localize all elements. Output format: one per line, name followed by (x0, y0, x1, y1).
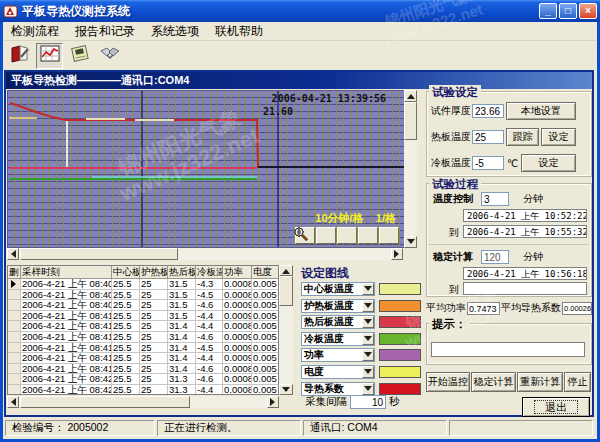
scroll-left-button[interactable] (7, 248, 19, 260)
row-selector[interactable] (8, 279, 21, 290)
menu-item-2[interactable]: 系统选项 (143, 22, 207, 41)
table-row[interactable]: 2006-4-21 上午 08:4025.52531.5-4.60.00090.… (8, 300, 278, 311)
legend-combo-6[interactable]: 导热系数 (301, 382, 375, 396)
row-selector[interactable] (8, 385, 21, 395)
trend-chart[interactable]: 2006-04-21 13:39:56 21.60 10分钟/格 1/格 (7, 90, 405, 248)
column-header-1[interactable]: 采样时刻 (21, 266, 112, 279)
table-row[interactable]: 2006-4-21 上午 08:4125.52531.4-4.40.00090.… (8, 353, 278, 364)
menu-item-0[interactable]: 检测流程 (3, 22, 67, 41)
table-row[interactable]: 2006-4-21 上午 08:4125.52531.4-4.50.00090.… (8, 343, 278, 354)
menu-item-3[interactable]: 联机帮助 (207, 22, 271, 41)
table-row[interactable]: 2006-4-21 上午 08:4225.52531.3-4.40.00080.… (8, 385, 278, 395)
minimize-button[interactable]: _ (539, 3, 557, 19)
dropdown-button[interactable] (362, 283, 374, 295)
legend-combo-0[interactable]: 中心板温度 (301, 282, 375, 296)
zoom-button-h-zoom-in[interactable] (337, 227, 357, 244)
temp-control-unit: 分钟 (523, 192, 543, 206)
table-row[interactable]: 2006-4-21 上午 08:4125.52531.4-4.60.00080.… (8, 364, 278, 375)
row-selector[interactable] (8, 364, 21, 375)
legend-combo-2[interactable]: 热后板温度 (301, 315, 375, 329)
row-selector[interactable] (8, 290, 21, 301)
row-selector[interactable] (8, 343, 21, 354)
temp-control-label: 温度控制 (433, 192, 473, 206)
scroll-left-button[interactable] (7, 396, 19, 408)
menu-item-1[interactable]: 报告和记录 (67, 22, 143, 41)
dropdown-button[interactable] (362, 300, 374, 312)
scroll-up-button[interactable] (404, 90, 417, 102)
stable-calc-input[interactable] (481, 250, 509, 264)
exit-button[interactable]: 退出 (522, 397, 590, 417)
table-vertical-scrollbar[interactable] (279, 265, 293, 395)
column-header-2[interactable]: 中心板 (112, 266, 140, 279)
y-scale-label: 1/格 (376, 212, 396, 224)
toolbar-button-document[interactable] (66, 43, 93, 69)
column-header-0[interactable]: 删 (8, 266, 21, 279)
row-selector[interactable] (8, 332, 21, 343)
scroll-thumb[interactable] (20, 396, 190, 408)
dropdown-button[interactable] (362, 383, 374, 395)
action-button-3[interactable]: 停止 (564, 372, 591, 392)
column-header-6[interactable]: 功率 (223, 266, 252, 279)
cell: 25 (140, 364, 168, 375)
arrow-up-icon (407, 90, 415, 99)
legend-combo-1[interactable]: 护热板温度 (301, 299, 375, 313)
chart-horizontal-scrollbar[interactable] (7, 248, 403, 260)
interval-input[interactable] (350, 395, 386, 409)
legend-combo-3[interactable]: 冷板温度 (301, 332, 375, 346)
table-row[interactable]: 2006-4-21 上午 08:4225.52531.3-4.60.00080.… (8, 374, 278, 385)
zoom-button-h-zoom-out[interactable] (316, 227, 336, 244)
toolbar-button-flow-edit[interactable] (6, 43, 33, 69)
legend-combo-4[interactable]: 功率 (301, 348, 375, 362)
table-row[interactable]: 2006-4-21 上午 08:4025.52531.5-4.50.00080.… (8, 290, 278, 301)
action-button-2[interactable]: 重新计算 (517, 372, 563, 392)
track-button[interactable]: 跟踪 (506, 128, 539, 146)
toolbar-button-handshake[interactable] (96, 43, 123, 69)
table-row[interactable]: 2006-4-21 上午 08:4125.52531.4-4.40.00080.… (8, 321, 278, 332)
hot-plate-input[interactable] (472, 130, 504, 144)
scroll-thumb[interactable] (404, 102, 417, 140)
local-setup-button[interactable]: 本地设置 (506, 102, 576, 120)
scroll-right-button[interactable] (267, 396, 279, 408)
dropdown-button[interactable] (362, 349, 374, 361)
column-header-7[interactable]: 电度 (252, 266, 279, 279)
avg-k-value: 0.00026 (562, 302, 592, 315)
maximize-button[interactable]: □ (559, 3, 577, 19)
set-hot-button[interactable]: 设定 (541, 128, 576, 146)
row-selector[interactable] (8, 321, 21, 332)
thickness-input[interactable] (472, 104, 504, 118)
temp-control-input[interactable] (481, 192, 509, 206)
chart-vertical-scrollbar[interactable] (404, 90, 417, 248)
row-selector[interactable] (8, 374, 21, 385)
scroll-down-button[interactable] (404, 236, 417, 248)
row-selector[interactable] (8, 300, 21, 311)
legend-combo-5[interactable]: 电度 (301, 365, 375, 379)
cold-plate-input[interactable] (472, 156, 504, 170)
table-row[interactable]: 2006-4-21 上午 08:4025.52531.5-4.30.00080.… (8, 279, 278, 290)
scroll-thumb[interactable] (279, 276, 293, 306)
column-header-4[interactable]: 热后板 (168, 266, 196, 279)
table-row[interactable]: 2006-4-21 上午 08:4125.52531.5-4.40.00090.… (8, 311, 278, 322)
table-row[interactable]: 2006-4-21 上午 08:4125.52531.4-4.60.00090.… (8, 332, 278, 343)
table-horizontal-scrollbar[interactable] (7, 396, 279, 408)
action-button-0[interactable]: 开始温控 (426, 372, 470, 392)
scroll-up-button[interactable] (279, 265, 293, 276)
dropdown-button[interactable] (362, 366, 374, 378)
close-button[interactable]: × (579, 3, 597, 19)
zoom-button-v-zoom-out[interactable] (358, 227, 378, 244)
row-selector[interactable] (8, 353, 21, 364)
zoom-button-v-zoom-in[interactable] (379, 227, 399, 244)
dropdown-button[interactable] (362, 316, 374, 328)
set-cold-button[interactable]: 设定 (521, 154, 576, 172)
sample-data-grid[interactable]: 删采样时刻中心板护热板热后板冷板温功率电度2006-4-21 上午 08:402… (7, 265, 279, 395)
row-selector[interactable] (8, 311, 21, 322)
scroll-thumb[interactable] (20, 248, 178, 260)
scroll-down-button[interactable] (279, 384, 293, 395)
dropdown-button[interactable] (362, 333, 374, 345)
cell: 2006-4-21 上午 08:42 (21, 374, 112, 385)
column-header-5[interactable]: 冷板温 (196, 266, 223, 279)
status-cell-1: 正在进行检测。 (157, 420, 301, 436)
column-header-3[interactable]: 护热板 (140, 266, 168, 279)
action-button-1[interactable]: 稳定计算 (471, 372, 517, 392)
scroll-right-button[interactable] (391, 248, 403, 260)
toolbar-button-chart-report[interactable] (36, 43, 63, 69)
